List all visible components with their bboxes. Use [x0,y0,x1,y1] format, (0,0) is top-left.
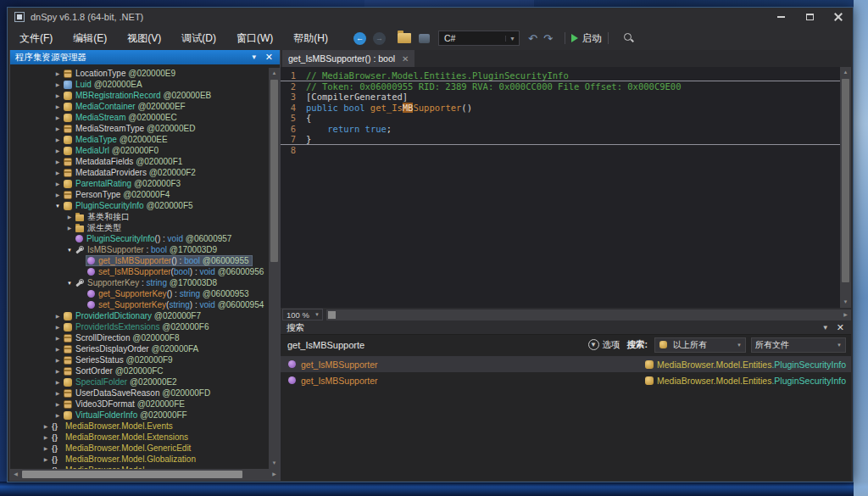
tree-item[interactable]: ▶MediaUrl @020000F0 [10,145,280,156]
undo-icon[interactable]: ↶ [528,32,537,45]
tree-item[interactable]: ▶{}MediaBrowser.Model.Events [10,421,280,432]
navigate-forward-icon[interactable]: → [373,32,386,45]
scroll-down-icon[interactable]: ▼ [840,297,851,308]
scroll-right-icon[interactable]: ▶ [840,309,851,320]
tree-item[interactable]: ▶派生类型 [10,222,280,233]
expander-expanded-icon[interactable]: ▼ [64,281,75,286]
expander-collapsed-icon[interactable]: ▶ [53,412,63,418]
tree-item[interactable]: ▶UserDataSaveReason @020000FD [10,387,280,398]
tab-get-ismbsupporter[interactable]: get_IsMBSupporter() : bool ✕ [282,50,415,67]
search-scope-select[interactable]: 以上所有 ▼ [654,337,746,353]
expander-collapsed-icon[interactable]: ▶ [53,148,63,153]
code-line[interactable]: 2// Token: 0x06000955 RID: 2389 RVA: 0x0… [281,81,840,92]
modules-icon[interactable] [419,34,430,43]
search-icon[interactable] [623,32,635,44]
tree-item[interactable]: get_IsMBSupporter() : bool @06000955 [10,255,280,266]
tree-item[interactable]: ▶LocationType @020000E9 [10,68,280,79]
expander-collapsed-icon[interactable]: ▶ [53,170,63,176]
tree-item[interactable]: ▶MediaContainer @020000EF [10,101,280,112]
tree-item[interactable]: ▶ProviderIdsExtensions @020000F6 [10,321,280,332]
tree-item[interactable]: set_SupporterKey(string) : void @0600095… [10,299,280,310]
panel-menu-icon[interactable]: ▼ [818,324,833,332]
menu-item[interactable]: 调试(D) [181,32,216,44]
start-play-icon[interactable] [571,34,578,42]
expander-collapsed-icon[interactable]: ▶ [53,137,63,142]
redo-icon[interactable]: ↷ [543,32,553,45]
maximize-button[interactable] [795,8,824,26]
tree-item[interactable]: ▼PluginSecurityInfo @020000F5 [10,200,280,211]
menu-item[interactable]: 视图(V) [127,32,161,44]
tree-item[interactable]: get_SupporterKey() : string @06000953 [10,288,280,299]
expander-collapsed-icon[interactable]: ▶ [53,313,63,319]
code-line[interactable]: 1// MediaBrowser.Model.Entities.PluginSe… [281,70,840,81]
panel-menu-icon[interactable]: ▼ [247,53,262,61]
code-line[interactable]: 5{ [281,113,840,124]
expander-collapsed-icon[interactable]: ▶ [53,335,63,341]
expander-collapsed-icon[interactable]: ▶ [53,181,63,187]
panel-close-icon[interactable]: ✕ [262,52,276,63]
language-select[interactable]: C# ▼ [438,31,520,46]
menu-item[interactable]: 编辑(E) [73,32,107,44]
tree-item[interactable]: ▶MetadataFields @020000F1 [10,156,280,167]
expander-collapsed-icon[interactable]: ▶ [41,445,51,451]
tree-item[interactable]: ▶SeriesStatus @020000F9 [10,354,280,365]
tree-item[interactable]: ▶Video3DFormat @020000FE [10,398,280,410]
code-view[interactable]: 1// MediaBrowser.Model.Entities.PluginSe… [281,67,840,308]
tree-item[interactable]: ▶{}MediaBrowser.Model.GenericEdit [10,443,280,454]
title-bar[interactable]: dnSpy v6.1.8 (64-bit, .NET) [8,8,853,26]
editor-vertical-scrollbar[interactable]: ▲ ▼ [840,67,851,308]
tree-horizontal-scrollbar[interactable]: ◀ ▶ [10,469,280,480]
tree-item[interactable]: ▶MediaType @020000EE [10,134,280,145]
tree-item[interactable]: ▶SeriesDisplayOrder @020000FA [10,343,280,354]
tree-item[interactable]: PluginSecurityInfo() : void @06000957 [10,233,280,244]
expander-expanded-icon[interactable]: ▼ [64,248,75,253]
tree-item[interactable]: ▶MediaStreamType @020000ED [10,123,280,134]
expander-collapsed-icon[interactable]: ▶ [64,225,75,231]
search-result-row[interactable]: get_IsMBSupporterMediaBrowser.Model.Enti… [281,372,851,388]
expander-collapsed-icon[interactable]: ▶ [53,192,63,198]
tree-item[interactable]: ▼SupporterKey : string @170003D8 [10,277,280,288]
assembly-explorer-header[interactable]: 程序集资源管理器 ▼ ✕ [10,50,280,64]
expander-collapsed-icon[interactable]: ▶ [53,390,63,396]
menu-item[interactable]: 窗口(W) [236,32,273,44]
menu-item[interactable]: 文件(F) [19,32,53,44]
tree-vertical-scrollbar[interactable]: ▲ ▼ [269,68,280,469]
code-line[interactable]: 4public bool get_IsMBSupporter() [281,103,840,114]
expander-collapsed-icon[interactable]: ▶ [41,434,51,440]
tree-item[interactable]: ▶MediaStream @020000EC [10,112,280,123]
options-button[interactable]: 选项 [603,339,620,351]
code-line[interactable]: 8 [281,145,840,156]
panel-close-icon[interactable]: ✕ [833,322,848,333]
expander-collapsed-icon[interactable]: ▶ [53,346,63,352]
editor-horizontal-scrollbar[interactable]: ▶ [326,309,851,320]
start-button[interactable]: 启动 [582,32,602,45]
scroll-down-icon[interactable]: ▼ [269,458,280,469]
expander-collapsed-icon[interactable]: ▶ [53,125,63,131]
expander-collapsed-icon[interactable]: ▶ [53,324,63,330]
expander-collapsed-icon[interactable]: ▶ [53,114,63,120]
expander-collapsed-icon[interactable]: ▶ [53,92,63,98]
tree-item[interactable]: ▶SpecialFolder @020000E2 [10,376,280,387]
search-input[interactable] [281,335,585,354]
navigate-back-icon[interactable]: ← [353,32,366,45]
expander-collapsed-icon[interactable]: ▶ [53,81,63,87]
expander-collapsed-icon[interactable]: ▶ [53,401,63,407]
expander-collapsed-icon[interactable]: ▶ [53,368,63,374]
code-line[interactable]: 6 return true; [281,124,840,135]
tree-item[interactable]: ▶ProviderIdDictionary @020000F7 [10,310,280,321]
code-line[interactable]: 7} [281,134,840,145]
tab-close-icon[interactable]: ✕ [402,54,409,64]
search-panel-header[interactable]: 搜索 ▼ ✕ [281,321,851,334]
tree-item[interactable]: ▼IsMBSupporter : bool @170003D9 [10,244,280,255]
tree-item[interactable]: ▶ScrollDirection @020000F8 [10,332,280,343]
expander-collapsed-icon[interactable]: ▶ [53,70,63,76]
tree-item[interactable]: ▶{}MediaBrowser.Model.Globalization [10,454,280,465]
tree-item[interactable]: ▶VirtualFolderInfo @020000FF [10,410,280,421]
scroll-right-icon[interactable]: ▶ [269,469,280,480]
options-chevron-icon[interactable]: ▼ [588,339,599,350]
file-filter-select[interactable]: 所有文件 ▼ [751,337,846,353]
open-file-icon[interactable] [398,33,411,43]
scroll-up-icon[interactable]: ▲ [840,67,851,78]
tree-item[interactable]: ▶MetadataProviders @020000F2 [10,167,280,178]
zoom-level-select[interactable]: 100 % ▼ [282,309,323,320]
